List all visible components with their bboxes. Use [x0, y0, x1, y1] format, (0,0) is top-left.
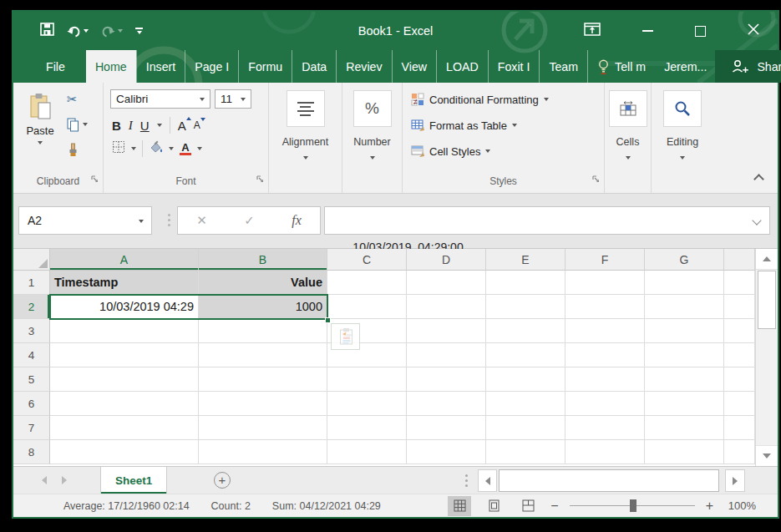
- maximize-button[interactable]: [695, 26, 706, 37]
- enter-icon[interactable]: ✓: [244, 213, 255, 228]
- cancel-icon[interactable]: ✕: [196, 213, 207, 228]
- vertical-scrollbar[interactable]: [755, 249, 778, 466]
- conditional-formatting-button[interactable]: ≠ Conditional Formatting: [411, 89, 549, 109]
- cell[interactable]: [50, 392, 199, 416]
- share-button[interactable]: Share: [715, 50, 781, 83]
- cell[interactable]: [645, 392, 724, 416]
- cell[interactable]: [486, 440, 565, 464]
- name-box-dropdown-icon[interactable]: [139, 220, 144, 223]
- scroll-left-button[interactable]: [478, 469, 497, 492]
- clipboard-dialog-launcher[interactable]: [91, 171, 99, 186]
- ribbon-tab-foxit-i[interactable]: Foxit I: [488, 50, 540, 83]
- cell[interactable]: [724, 343, 755, 367]
- cell[interactable]: [199, 440, 327, 464]
- expand-formula-bar-icon[interactable]: [752, 215, 761, 225]
- increase-font-button[interactable]: A: [178, 119, 186, 133]
- font-dialog-launcher[interactable]: [256, 171, 264, 186]
- ribbon-tab-file[interactable]: File: [37, 50, 74, 83]
- ribbon-tab-reviev[interactable]: Reviev: [336, 50, 391, 83]
- cell[interactable]: [565, 367, 645, 392]
- cell[interactable]: [724, 271, 755, 295]
- cell[interactable]: [50, 343, 199, 367]
- cell[interactable]: [327, 416, 407, 440]
- editing-button[interactable]: [663, 90, 702, 127]
- normal-view-button[interactable]: [448, 496, 471, 516]
- cell[interactable]: [199, 367, 327, 392]
- cell[interactable]: [199, 416, 327, 440]
- horizontal-scrollbar-thumb[interactable]: [499, 469, 719, 492]
- alignment-dropdown-icon[interactable]: [303, 156, 308, 160]
- cell[interactable]: [50, 440, 199, 464]
- styles-dialog-launcher[interactable]: [592, 171, 600, 186]
- cell[interactable]: [565, 416, 645, 440]
- cell[interactable]: [407, 319, 486, 343]
- cell[interactable]: [565, 392, 645, 416]
- cell[interactable]: [645, 319, 724, 343]
- cell[interactable]: [724, 319, 755, 343]
- copy-button[interactable]: [63, 114, 100, 134]
- cell[interactable]: [327, 271, 407, 295]
- cell[interactable]: [486, 319, 565, 343]
- cell[interactable]: [199, 343, 327, 367]
- ribbon-tab-insert[interactable]: Insert: [136, 50, 185, 83]
- minimize-button[interactable]: [642, 30, 653, 32]
- scroll-down-button[interactable]: [756, 445, 778, 466]
- cell[interactable]: [565, 440, 645, 464]
- paste-dropdown-icon[interactable]: [38, 141, 43, 144]
- cell[interactable]: [565, 295, 645, 319]
- zoom-in-button[interactable]: +: [706, 499, 713, 514]
- tell-me-box[interactable]: Tell m: [588, 50, 656, 83]
- row-header-4[interactable]: 4: [13, 343, 50, 367]
- cell-B1[interactable]: Value: [199, 271, 327, 295]
- zoom-level[interactable]: 100%: [724, 499, 756, 512]
- alignment-button[interactable]: [287, 90, 325, 127]
- decrease-font-button[interactable]: A: [194, 119, 200, 131]
- editing-dropdown-icon[interactable]: [680, 156, 685, 160]
- cell[interactable]: [50, 416, 199, 440]
- borders-dropdown-icon[interactable]: [131, 147, 136, 150]
- cells-button[interactable]: [609, 90, 647, 127]
- cell[interactable]: [327, 295, 407, 319]
- row-header-8[interactable]: 8: [13, 440, 50, 464]
- cell[interactable]: [407, 295, 486, 319]
- cell[interactable]: [565, 271, 645, 295]
- font-name-select[interactable]: Calibri: [110, 89, 210, 109]
- cell[interactable]: [486, 295, 565, 319]
- number-dropdown-icon[interactable]: [370, 156, 375, 160]
- zoom-slider[interactable]: [570, 499, 695, 512]
- cell[interactable]: [645, 271, 724, 295]
- ribbon-tab-load[interactable]: LOAD: [436, 50, 488, 83]
- vertical-scrollbar-thumb[interactable]: [758, 271, 776, 329]
- previous-sheet-button[interactable]: [42, 476, 47, 484]
- cell[interactable]: [199, 392, 327, 416]
- ribbon-tab-team[interactable]: Team: [539, 50, 588, 83]
- column-header-A[interactable]: A: [50, 249, 199, 271]
- cell[interactable]: [724, 392, 755, 416]
- cell[interactable]: [407, 271, 486, 295]
- cell[interactable]: [724, 367, 755, 392]
- column-header-E[interactable]: E: [486, 249, 565, 271]
- copy-dropdown-icon[interactable]: [83, 123, 88, 126]
- font-size-select[interactable]: 11: [215, 89, 251, 109]
- formula-bar-input[interactable]: 10/03/2019 04:29:00: [324, 206, 770, 235]
- cell-A1[interactable]: Timestamp: [50, 271, 199, 295]
- row-header-5[interactable]: 5: [13, 367, 50, 392]
- scroll-right-button[interactable]: [725, 469, 745, 492]
- zoom-slider-thumb[interactable]: [630, 499, 636, 512]
- row-header-3[interactable]: 3: [13, 319, 50, 343]
- ribbon-tab-view[interactable]: View: [392, 50, 437, 83]
- underline-dropdown-icon[interactable]: [157, 124, 162, 127]
- cell-B2[interactable]: 1000: [199, 295, 327, 319]
- cell-styles-button[interactable]: Cell Styles: [411, 141, 490, 161]
- cell[interactable]: [645, 416, 724, 440]
- format-as-table-button[interactable]: Format as Table: [411, 115, 517, 135]
- cell[interactable]: [199, 319, 327, 343]
- number-format-button[interactable]: %: [353, 90, 392, 127]
- ribbon-tab-page-i[interactable]: Page I: [185, 50, 238, 83]
- cell[interactable]: [327, 440, 407, 464]
- fill-color-button[interactable]: [149, 140, 163, 157]
- underline-button[interactable]: U: [140, 119, 150, 133]
- cell[interactable]: [486, 392, 565, 416]
- zoom-out-button[interactable]: −: [550, 499, 558, 514]
- ribbon-tab-home[interactable]: Home: [86, 50, 136, 83]
